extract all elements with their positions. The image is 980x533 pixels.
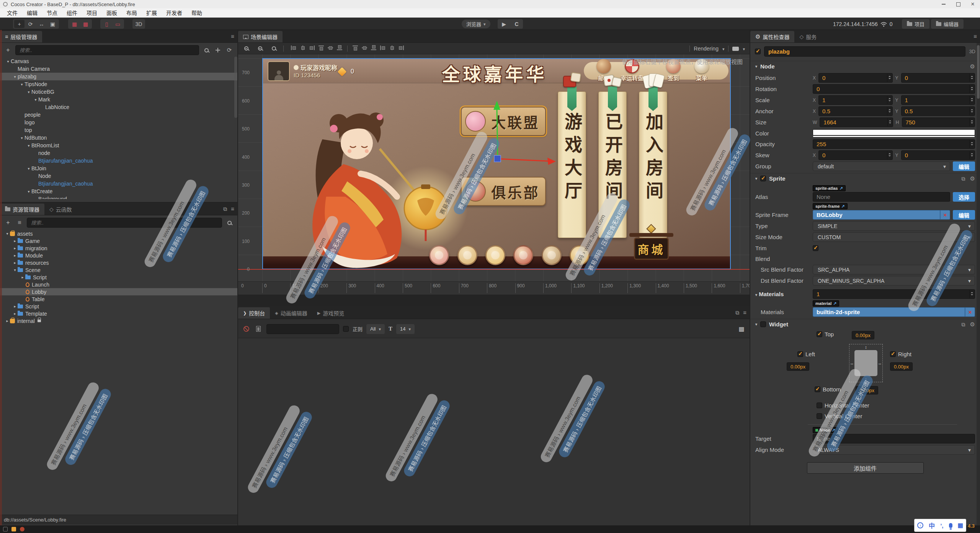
materials-section-header[interactable]: ▾ Materials [755, 291, 813, 297]
tab-console-1[interactable]: ❯控制台 [238, 307, 270, 319]
tree-row[interactable]: ▾TipsNode [0, 80, 237, 88]
medallion-icon-5[interactable] [542, 245, 562, 265]
scene-viewport[interactable]: 使用鼠标右键平移视窗焦点，使用滚轮缩放视图 700600500400300200… [238, 54, 750, 281]
panel-menu-icon[interactable] [743, 309, 746, 316]
scale-y-field[interactable]: 1 [901, 95, 975, 105]
asset-row[interactable]: ▸Script [0, 274, 237, 281]
material-field[interactable]: builtin-2d-sprite [813, 307, 965, 317]
tab-hierarchy[interactable]: ≡ 层级管理器 [0, 31, 42, 42]
tree-row[interactable]: Btjiarufangjian_caohua [0, 180, 237, 187]
align-icon-al-t[interactable] [353, 46, 358, 50]
medallion-icon-6[interactable] [570, 245, 590, 265]
expand-arrow-icon[interactable]: ▾ [5, 231, 10, 236]
src-blend-dropdown[interactable]: SRC_ALPHA [813, 265, 975, 274]
expand-arrow-icon[interactable]: ▾ [26, 189, 31, 194]
move-tool-button[interactable]: + [14, 20, 24, 28]
warning-icon[interactable] [11, 527, 16, 531]
asset-row[interactable]: Lobby [0, 288, 237, 295]
help-icon[interactable] [962, 321, 965, 328]
rendering-dropdown[interactable]: Rendering [694, 46, 719, 52]
font-size-dropdown[interactable]: 14 [396, 324, 415, 334]
color-swatch[interactable] [813, 129, 975, 135]
sprite-section-header[interactable]: ▾Sprite [750, 173, 980, 184]
tree-row[interactable]: ▾Canvas [0, 57, 237, 65]
zoom-in-icon[interactable] [242, 44, 250, 53]
widget-enabled-checkbox[interactable] [760, 321, 766, 327]
asset-row[interactable]: ▸Module [0, 252, 237, 259]
expand-arrow-icon[interactable]: ▸ [12, 239, 18, 243]
align-icon-al-b[interactable] [371, 46, 376, 50]
refresh-button[interactable]: C [515, 21, 519, 27]
position-x-field[interactable]: 0 [818, 73, 892, 83]
expand-arrow-icon[interactable]: ▾ [12, 268, 18, 272]
clear-sprite-frame-icon[interactable]: × [940, 210, 950, 220]
log-level-dropdown[interactable]: All [366, 324, 385, 334]
asset-row[interactable]: ▾Scene [0, 266, 237, 274]
tree-row[interactable]: logo [0, 119, 237, 126]
banner-button-1[interactable]: 游戏大厅 [558, 91, 586, 238]
menu-item[interactable]: 布局 [122, 8, 142, 18]
sprite-enabled-checkbox[interactable] [760, 176, 766, 181]
sprite-frame-field[interactable]: BGLobby [813, 210, 940, 220]
log-file-icon[interactable] [254, 325, 263, 333]
align-icon-al-c[interactable] [389, 46, 395, 50]
rect-tool-button[interactable]: ▣ [47, 20, 58, 28]
asset-row[interactable]: ▸migration [0, 244, 237, 252]
tree-row[interactable]: Btjiarufangjian_caohua [0, 157, 237, 165]
type-dropdown[interactable]: SIMPLE [813, 221, 975, 231]
tree-row[interactable]: node [0, 149, 237, 157]
position-y-field[interactable]: 0 [901, 73, 975, 83]
close-button[interactable] [965, 0, 980, 8]
panel-popout-icon[interactable] [735, 309, 739, 316]
open-project-button[interactable]: 项目 [902, 19, 929, 29]
add-node-button[interactable]: + [4, 46, 12, 54]
node-section-header[interactable]: ▾Node [750, 61, 980, 72]
tab-assets[interactable]: 资源管理器 [0, 204, 44, 215]
widget-right-value[interactable]: 0.00px [890, 362, 913, 371]
expand-arrow-icon[interactable]: ▾ [26, 143, 31, 148]
sprite-frame-edit-button[interactable]: 编辑 [953, 210, 975, 220]
game-canvas[interactable]: 玩家游戏昵称 ID 123456 0 全球嘉年华 邮件幸运转盘签到菜单 [262, 58, 731, 269]
expand-arrow-icon[interactable]: ▸ [12, 311, 18, 316]
add-component-button[interactable]: 添加组件 [807, 462, 924, 474]
asset-row[interactable]: ▸resources [0, 259, 237, 266]
tree-row[interactable]: Background [0, 195, 237, 199]
panel-menu-icon[interactable] [231, 205, 234, 212]
zoom-out-icon[interactable] [256, 44, 264, 53]
widget-bottom-toggle[interactable]: Bottom [815, 386, 841, 393]
rotate-tool-button[interactable]: ⟳ [25, 20, 36, 28]
widget-left-toggle[interactable]: Left [797, 351, 815, 357]
medallion-icon-3[interactable] [485, 245, 505, 265]
microphone-icon[interactable] [949, 523, 952, 528]
error-icon[interactable] [20, 527, 24, 531]
player-avatar[interactable] [268, 61, 290, 81]
expand-arrow-icon[interactable]: ▾ [5, 59, 11, 64]
menu-item[interactable]: 帮助 [187, 8, 207, 18]
panel-menu-icon[interactable] [973, 33, 977, 39]
rotation-toggle-button[interactable]: ▩ [80, 20, 91, 28]
refresh-icon[interactable] [225, 46, 234, 54]
search-icon[interactable] [202, 46, 211, 54]
asset-row[interactable]: ▸Game [0, 237, 237, 244]
panel-popout-icon[interactable] [223, 205, 227, 212]
expand-arrow-icon[interactable]: ▸ [20, 275, 25, 279]
expand-arrow-icon[interactable]: ▾ [19, 82, 24, 86]
asset-row[interactable]: ▾assets [0, 230, 237, 237]
rotation-field[interactable]: 0 [813, 84, 975, 94]
horizontal-center-toggle[interactable]: Horizontal Center [817, 402, 869, 409]
expand-arrow-icon[interactable]: ▸ [12, 253, 18, 258]
tree-row[interactable]: ▾plazabg [0, 73, 237, 80]
tree-row[interactable]: ▾BtJoin [0, 165, 237, 172]
asset-row[interactable]: ▸internal [0, 317, 237, 324]
asset-row[interactable]: Launch [0, 281, 237, 288]
ime-toolbar[interactable]: i 中 ’, ▦ [914, 519, 966, 532]
camera-icon[interactable] [732, 47, 739, 51]
console-output[interactable] [238, 338, 750, 525]
clear-console-icon[interactable] [242, 325, 250, 333]
asset-row[interactable]: ▸Script [0, 303, 237, 310]
dst-blend-dropdown[interactable]: ONE_MINUS_SRC_ALPHA [813, 276, 975, 285]
widget-section-header[interactable]: ▾Widget [750, 319, 980, 329]
add-asset-button[interactable]: + [4, 218, 12, 227]
widget-top-toggle[interactable]: Top [817, 331, 834, 337]
vertical-center-toggle[interactable]: Vertical Center [817, 413, 862, 419]
